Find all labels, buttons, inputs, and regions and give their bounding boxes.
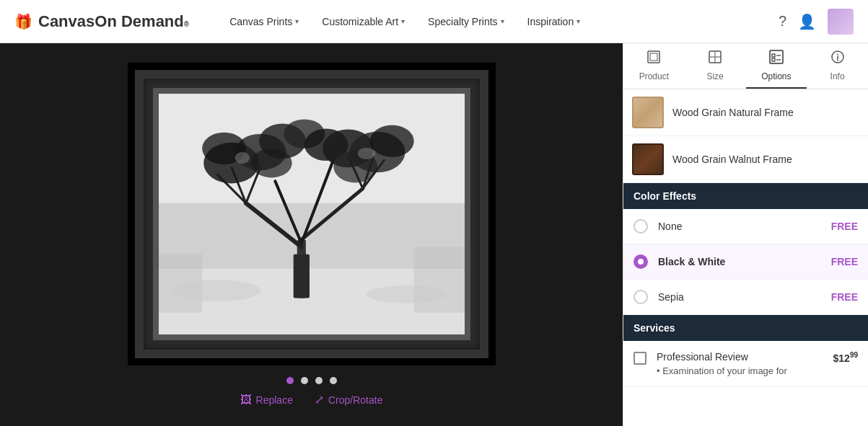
image-controls: 🖼 Replace ⤢ Crop/Rotate [240, 393, 383, 407]
canvas-art [159, 94, 465, 334]
dot-2[interactable] [301, 377, 308, 384]
svg-point-31 [366, 285, 446, 303]
chevron-down-icon: ▾ [295, 17, 299, 25]
effect-label-bw: Black & White [658, 256, 821, 267]
service-price: $1299 [833, 351, 858, 364]
avatar [828, 9, 854, 35]
svg-rect-29 [413, 247, 464, 313]
radio-bw[interactable] [634, 254, 648, 269]
effect-price-bw: FREE [831, 256, 858, 267]
dot-3[interactable] [315, 377, 323, 384]
svg-point-23 [369, 125, 413, 158]
frame-inner [153, 88, 470, 340]
frame-label-walnut: Wood Grain Walnut Frame [672, 154, 792, 165]
product-icon [646, 49, 662, 68]
checkbox-professional-review[interactable] [634, 352, 646, 365]
chevron-down-icon: ▾ [401, 17, 405, 25]
tabs-row: Product Size [623, 43, 868, 89]
service-description: • Examination of your image for [657, 365, 823, 376]
service-details: Professional Review • Examination of you… [657, 351, 823, 376]
svg-rect-33 [650, 53, 657, 61]
frame-outer [135, 70, 488, 358]
service-name: Professional Review [657, 351, 823, 363]
tab-product[interactable]: Product [623, 43, 685, 89]
frame-thumb-natural [632, 97, 664, 128]
dot-1[interactable] [286, 377, 294, 384]
effect-price-sepia: FREE [831, 291, 858, 303]
svg-rect-4 [293, 254, 309, 298]
navbar: 🎁 CanvasOn Demand® Canvas Prints ▾ Custo… [0, 0, 868, 43]
svg-point-30 [172, 280, 260, 301]
help-icon[interactable]: ? [779, 13, 786, 30]
image-panel: 🖼 Replace ⤢ Crop/Rotate [0, 43, 623, 426]
svg-rect-32 [648, 51, 659, 63]
dot-indicators [286, 377, 337, 384]
color-effects-header: Color Effects [623, 183, 868, 209]
nav-canvas-prints[interactable]: Canvas Prints ▾ [218, 0, 310, 43]
frame-label-natural: Wood Grain Natural Frame [672, 107, 794, 118]
chevron-down-icon: ▾ [577, 17, 580, 25]
nav-specialty-prints[interactable]: Specialty Prints ▾ [416, 0, 515, 43]
nav-links: Canvas Prints ▾ Customizable Art ▾ Speci… [218, 0, 779, 43]
tab-options[interactable]: Options [746, 43, 807, 89]
chevron-down-icon: ▾ [501, 17, 504, 25]
logo-canvas: CanvasOn Demand® [38, 12, 189, 31]
effect-label-none: None [658, 221, 821, 232]
svg-point-24 [250, 148, 291, 177]
dot-4[interactable] [330, 377, 337, 384]
replace-icon: 🖼 [240, 394, 252, 407]
frame-thumb-walnut [632, 143, 664, 175]
tab-info[interactable]: Info [807, 43, 868, 89]
replace-button[interactable]: 🖼 Replace [240, 393, 293, 407]
svg-point-44 [837, 54, 838, 56]
options-scroll[interactable]: Wood Grain Natural Frame Wood Grain Waln… [623, 89, 868, 426]
info-icon [830, 49, 846, 68]
service-professional-review[interactable]: Professional Review • Examination of you… [623, 341, 868, 387]
logo[interactable]: 🎁 CanvasOn Demand® [14, 12, 189, 31]
svg-rect-38 [772, 54, 775, 57]
options-icon [768, 49, 784, 68]
nav-right: ? 👤 [779, 9, 854, 35]
effect-label-sepia: Sepia [658, 291, 821, 303]
radio-sepia[interactable] [634, 290, 648, 304]
color-effect-none[interactable]: None FREE [623, 209, 868, 244]
nav-customizable-art[interactable]: Customizable Art ▾ [310, 0, 416, 43]
color-effect-sepia[interactable]: Sepia FREE [623, 280, 868, 315]
nav-inspiration[interactable]: Inspiration ▾ [516, 0, 592, 43]
main-content: 🖼 Replace ⤢ Crop/Rotate Product [0, 43, 868, 426]
frame-option-natural[interactable]: Wood Grain Natural Frame [623, 89, 868, 136]
account-icon[interactable]: 👤 [798, 13, 816, 30]
effect-price-none: FREE [831, 221, 858, 232]
color-effect-bw[interactable]: Black & White FREE [623, 244, 868, 280]
crop-rotate-icon: ⤢ [315, 393, 324, 407]
logo-icon: 🎁 [14, 13, 32, 30]
services-header: Services [623, 315, 868, 341]
svg-point-26 [234, 152, 249, 164]
radio-none[interactable] [634, 219, 648, 234]
tab-size[interactable]: Size [685, 43, 746, 89]
crop-rotate-button[interactable]: ⤢ Crop/Rotate [315, 393, 382, 407]
frame-option-walnut[interactable]: Wood Grain Walnut Frame [623, 136, 868, 183]
svg-rect-40 [772, 58, 775, 61]
options-panel: Product Size [623, 43, 868, 426]
canvas-image-wrapper [128, 63, 496, 365]
svg-point-27 [357, 148, 374, 159]
size-icon [707, 49, 723, 68]
